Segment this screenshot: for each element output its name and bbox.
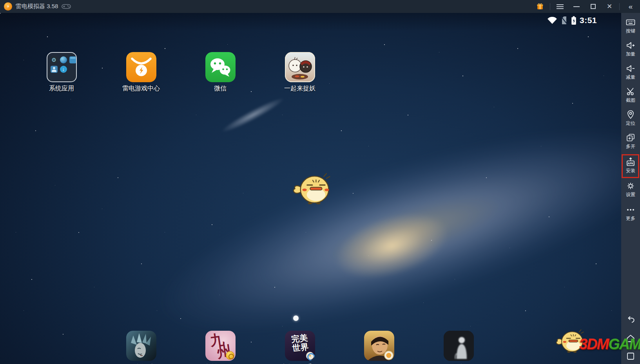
dragon-roar-icon [126,331,156,361]
maximize-button[interactable] [585,0,601,13]
app-catch-demons[interactable]: 一起来捉妖 [270,52,329,93]
home-icon [625,333,636,344]
sidebar-item-settings[interactable]: 设置 [621,181,640,197]
contacts-mini-icon [51,66,58,73]
sidebar-item-multi-instance[interactable]: 多开 [621,133,640,149]
ld-game-center-icon [126,52,156,82]
app-jiuzhou[interactable]: 九 州 九州飞凰录 [191,331,250,364]
icon-calligraphy-text: 完美 世界 [285,333,315,354]
close-icon: ✕ [607,3,612,10]
catch-demons-icon [285,52,315,82]
sidebar-item-volume-up[interactable]: 加量 [621,40,640,57]
wechat-icon [205,52,236,82]
life-after-icon [444,331,474,361]
sidebar-item-screenshot[interactable]: 截图 [621,86,640,103]
settings-gear-icon [625,181,636,191]
wifi-icon [547,16,557,25]
app-life-after[interactable]: 明日之后 [429,331,488,364]
app-system-folder[interactable]: ⚙ ↓ 系统应用 [32,52,91,93]
location-icon [625,110,636,120]
comet-streak [219,94,286,136]
android-screen: 3:51 ⚙ ↓ 系统应用 [0,13,621,364]
app-wechat[interactable]: 微信 [191,52,250,93]
app-ld-game-center[interactable]: 雷电游戏中心 [112,52,170,93]
window-title: 雷电模拟器 3.58 [16,3,58,10]
maximize-icon [591,4,596,9]
nav-home-button[interactable] [621,333,640,344]
nav-recents-button[interactable] [621,351,640,361]
more-dots-icon [625,205,636,215]
sidebar-item-volume-down[interactable]: 减量 [621,63,640,80]
keyboard-icon [625,17,636,27]
emulator-window: ⚡ 雷电模拟器 3.58 ✕ « [0,0,640,364]
perfect-world-icon: 完美 世界 [285,331,315,361]
titlebar: ⚡ 雷电模拟器 3.58 ✕ « [0,0,640,13]
no-sim-icon [560,16,568,25]
app-label: 系统应用 [32,85,91,93]
toolbar-sidebar: 按键 加量 减量 截图 [621,13,640,364]
gift-button[interactable] [532,0,548,13]
ldplayer-chick-mascot [292,170,332,207]
coin-badge-icon [226,351,234,360]
app-yidao[interactable]: 一刀传世 [350,331,408,364]
battery-charging-icon [571,16,577,25]
back-icon [625,314,636,325]
app-label: 一起来捉妖 [270,85,329,93]
page-indicator-dot [293,315,299,321]
settings-mini-icon: ⚙ [51,56,58,63]
tutorial-highlight-box [622,154,639,178]
volume-up-icon [625,40,636,50]
close-button[interactable]: ✕ [601,0,618,13]
folder-icon: ⚙ ↓ [47,52,77,82]
app-label: 微信 [191,85,250,93]
sidebar-item-location[interactable]: 定位 [621,110,640,126]
starfield-dim [0,13,0,13]
clock: 3:51 [580,16,597,25]
multi-instance-icon [625,133,636,143]
gamepad-icon [62,4,71,9]
hamburger-icon [557,4,564,9]
titlebar-separator [550,3,550,10]
titlebar-separator [619,3,620,10]
yidao-icon [364,331,394,361]
android-statusbar: 3:51 [547,14,597,26]
nav-back-button[interactable] [621,314,640,325]
menu-button[interactable] [552,0,568,13]
jiuzhou-icon: 九 州 [205,331,236,361]
sidebar-item-more[interactable]: 更多 [621,205,640,221]
scissors-icon [625,86,636,97]
files-mini-icon [69,56,76,63]
minimize-icon [573,6,580,7]
browser-mini-icon [60,56,67,63]
volume-down-icon [625,63,636,74]
downloads-mini-icon: ↓ [60,66,67,73]
app-dragon-roar[interactable]: 龙之怒吼 [112,331,170,364]
starfield [0,13,1,14]
gift-icon [536,3,544,11]
sidebar-item-keymapping[interactable]: 按键 [621,17,640,34]
app-label: 雷电游戏中心 [112,85,170,93]
app-perfect-world[interactable]: 完美 世界 完美世界手游 [270,331,329,364]
minimize-button[interactable] [568,0,585,13]
ldplayer-logo-icon: ⚡ [4,2,12,11]
pw-badge-icon [306,352,314,360]
sidebar-collapse-button[interactable]: « [621,0,640,13]
recents-icon [625,351,636,361]
